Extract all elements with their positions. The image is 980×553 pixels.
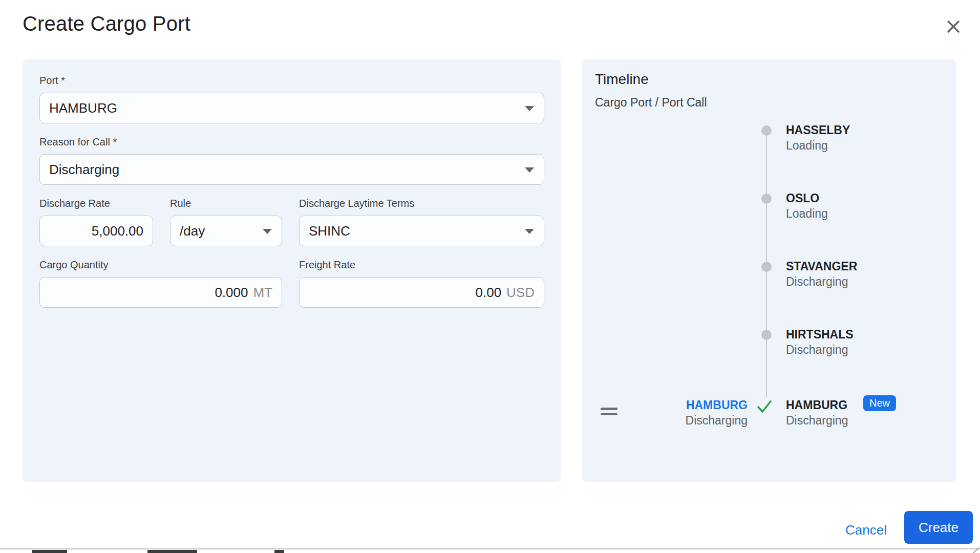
timeline-entry: STAVANGER Discharging xyxy=(786,260,857,289)
timeline-entry: HIRTSHALS Discharging xyxy=(786,328,854,357)
new-badge: New xyxy=(863,395,896,411)
discharge-rate-input[interactable] xyxy=(49,223,143,239)
timeline-port-activity: Loading xyxy=(786,207,828,221)
drag-handle-icon[interactable] xyxy=(601,408,617,415)
reason-for-call-value: Discharging xyxy=(49,162,119,178)
port-select-value: HAMBURG xyxy=(49,100,117,116)
dialog-title: Create Cargo Port xyxy=(23,12,190,35)
timeline-entry: OSLO Loading xyxy=(786,192,828,221)
background-page-divider xyxy=(0,548,980,549)
cargo-quantity-field-wrap: MT xyxy=(39,277,282,308)
background-clipped-text xyxy=(274,550,284,553)
create-button[interactable]: Create xyxy=(904,511,973,544)
timeline-subtitle: Cargo Port / Port Call xyxy=(595,96,944,110)
chevron-down-icon xyxy=(525,167,534,173)
freight-rate-label: Freight Rate xyxy=(299,259,544,271)
pending-port-name: HAMBURG xyxy=(686,398,748,412)
cargo-quantity-label: Cargo Quantity xyxy=(39,259,282,271)
timeline-panel: Timeline Cargo Port / Port Call HASSELBY… xyxy=(582,59,956,482)
timeline-port-name: OSLO xyxy=(786,192,828,205)
port-label: Port * xyxy=(39,74,544,87)
check-icon xyxy=(756,399,773,414)
reason-for-call-label: Reason for Call * xyxy=(39,136,544,148)
timeline-port-name: HIRTSHALS xyxy=(786,328,854,342)
timeline-port-activity: Discharging xyxy=(786,343,854,357)
laytime-terms-value: SHINC xyxy=(309,223,350,239)
timeline-port-activity: Loading xyxy=(786,139,850,153)
cargo-quantity-group: Cargo Quantity MT xyxy=(39,259,282,308)
discharge-rate-label: Discharge Rate xyxy=(39,197,153,209)
laytime-terms-group: Discharge Laytime Terms SHINC xyxy=(299,197,544,246)
freight-rate-group: Freight Rate USD xyxy=(299,259,544,308)
timeline-port-name: STAVANGER xyxy=(786,260,857,273)
discharge-rate-group: Discharge Rate xyxy=(39,197,153,246)
close-button[interactable] xyxy=(942,15,965,38)
freight-rate-field-wrap: USD xyxy=(299,277,544,308)
background-clipped-text xyxy=(32,550,67,553)
chevron-down-icon xyxy=(525,106,534,111)
create-cargo-port-dialog: Create Cargo Port Port * HAMBURG Reason … xyxy=(0,0,980,553)
timeline-dot xyxy=(761,330,772,340)
laytime-terms-select[interactable]: SHINC xyxy=(299,216,544,246)
chevron-down-icon xyxy=(525,229,534,234)
timeline-entry-new: HAMBURG Discharging xyxy=(786,398,848,428)
timeline-dot xyxy=(761,194,772,204)
cancel-button[interactable]: Cancel xyxy=(841,520,891,540)
timeline-dot xyxy=(761,125,772,136)
reason-for-call-select[interactable]: Discharging xyxy=(39,154,544,185)
pending-port-item[interactable]: HAMBURG Discharging xyxy=(686,398,748,428)
timeline-port-activity: Discharging xyxy=(786,414,848,428)
timeline-dot xyxy=(761,262,772,272)
timeline-entry: HASSELBY Loading xyxy=(786,123,850,153)
port-field-group: Port * HAMBURG xyxy=(39,74,544,123)
freight-rate-unit: USD xyxy=(506,285,535,301)
timeline-title: Timeline xyxy=(595,71,944,88)
freight-rate-input[interactable] xyxy=(309,285,501,301)
port-select[interactable]: HAMBURG xyxy=(39,93,544,123)
discharge-rate-field-wrap xyxy=(39,216,153,246)
cargo-port-form-panel: Port * HAMBURG Reason for Call * Dischar… xyxy=(23,59,561,482)
background-clipped-text xyxy=(147,550,197,553)
timeline-port-name: HASSELBY xyxy=(786,123,850,137)
timeline-port-activity: Discharging xyxy=(786,275,857,289)
timeline-port-name: HAMBURG xyxy=(786,398,848,412)
rule-select-value: /day xyxy=(180,223,205,239)
rule-group: Rule /day xyxy=(170,197,282,246)
pending-port-activity: Discharging xyxy=(686,414,748,428)
laytime-terms-label: Discharge Laytime Terms xyxy=(299,197,544,209)
close-icon xyxy=(945,18,962,35)
rule-label: Rule xyxy=(170,197,282,209)
rule-select[interactable]: /day xyxy=(170,216,282,246)
cargo-quantity-unit: MT xyxy=(253,285,272,301)
reason-field-group: Reason for Call * Discharging xyxy=(39,136,544,185)
cargo-quantity-input[interactable] xyxy=(49,285,248,301)
chevron-down-icon xyxy=(263,229,272,234)
